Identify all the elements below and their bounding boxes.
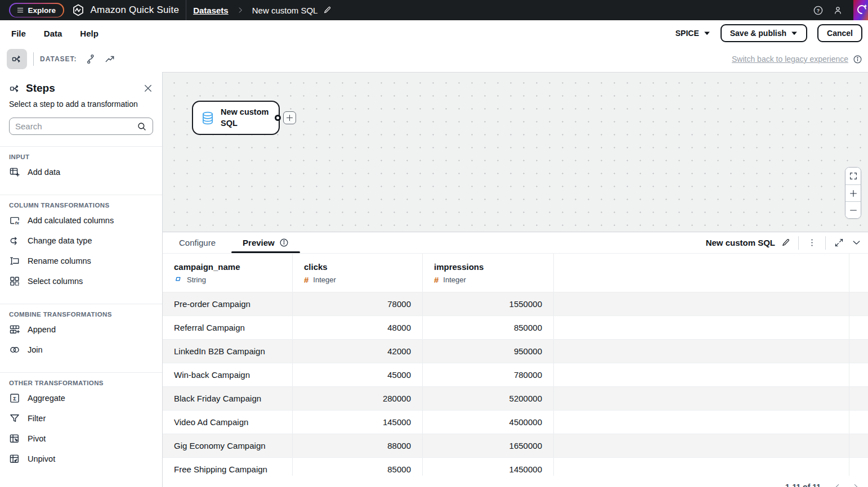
table-cell: 5200000	[423, 387, 554, 410]
table-cell	[849, 434, 868, 457]
section-column-transformations: COLUMN TRANSFORMATIONS fx Add calculated…	[0, 195, 162, 295]
table-row: LinkedIn B2B Campaign42000950000	[163, 339, 868, 363]
collapse-panel-chevron-icon[interactable]	[851, 237, 862, 249]
zoom-in-button[interactable]	[845, 184, 861, 201]
pagination-label: 1-11 of 11	[785, 483, 821, 487]
menu-file[interactable]: File	[11, 29, 26, 38]
section-input: INPUT Add data	[0, 146, 162, 186]
menu-help[interactable]: Help	[80, 29, 99, 38]
table-cell: 88000	[293, 434, 423, 457]
node-output-port[interactable]	[275, 115, 281, 121]
fit-to-screen-button[interactable]	[845, 168, 861, 184]
column-header-impressions[interactable]: impressions	[434, 262, 542, 272]
pivot-icon	[9, 433, 20, 444]
table-cell: 45000	[293, 363, 423, 386]
table-cell: Win-back Campaign	[163, 363, 293, 386]
svg-text:fx: fx	[15, 220, 20, 226]
table-cell: Gig Economy Campaign	[163, 434, 293, 457]
table-cell	[554, 316, 849, 339]
legacy-info-icon[interactable]	[853, 55, 862, 64]
add-data-icon	[9, 166, 20, 178]
table-cell	[849, 363, 868, 386]
explore-label: Explore	[28, 6, 56, 15]
calculated-columns-icon: fx	[9, 215, 20, 226]
add-step-button[interactable]	[283, 111, 296, 124]
table-cell: 280000	[293, 387, 423, 410]
amazon-q-assistant-icon[interactable]: ✦	[853, 0, 868, 20]
zoom-out-button[interactable]	[845, 201, 861, 218]
database-icon	[200, 111, 215, 125]
info-icon[interactable]	[279, 238, 289, 247]
sidebar-item-unpivot[interactable]: Unpivot	[0, 449, 162, 469]
user-profile-icon[interactable]	[833, 5, 843, 16]
table-cell	[849, 316, 868, 339]
switch-legacy-link[interactable]: Switch back to legacy experience	[732, 55, 848, 64]
hamburger-icon	[16, 6, 24, 14]
brand: Amazon Quick Suite	[71, 3, 180, 17]
table-cell: 850000	[423, 316, 554, 339]
header-divider	[186, 0, 186, 20]
edit-step-pencil-icon[interactable]	[781, 238, 791, 247]
preview-table-header: campaign_name String clicks # Integer im…	[163, 254, 868, 292]
minus-icon	[849, 206, 858, 215]
sidebar-item-add-data[interactable]: Add data	[0, 162, 162, 182]
sidebar-item-filter[interactable]: Filter	[0, 408, 162, 429]
tab-configure[interactable]: Configure	[165, 232, 229, 253]
edit-name-pencil-icon[interactable]	[323, 6, 332, 15]
menu-data[interactable]: Data	[44, 29, 62, 38]
quick-suite-dataset-editor: Explore Amazon Quick Suite Datasets New …	[0, 0, 868, 487]
help-icon[interactable]: ?	[813, 5, 824, 16]
table-cell	[554, 411, 849, 434]
explore-button[interactable]: Explore	[9, 3, 64, 17]
sidebar-item-rename-columns[interactable]: Rename columns	[0, 251, 162, 271]
trend-analysis-icon[interactable]	[104, 53, 115, 65]
steps-flow-tool-button[interactable]	[7, 49, 27, 69]
top-right-actions: ? ✦	[813, 0, 868, 20]
append-icon	[9, 324, 20, 335]
previous-page-icon[interactable]	[833, 483, 842, 487]
sidebar-item-append[interactable]: Append	[0, 319, 162, 340]
table-cell: 48000	[293, 316, 423, 339]
sidebar-item-aggregate[interactable]: Σ Aggregate	[0, 388, 162, 408]
string-type-icon	[174, 276, 182, 284]
save-publish-button[interactable]: Save & publish	[721, 24, 807, 42]
next-page-icon[interactable]	[851, 483, 860, 487]
sidebar-item-join[interactable]: Join	[0, 340, 162, 360]
breadcrumb-datasets-link[interactable]: Datasets	[193, 6, 229, 15]
tab-preview[interactable]: Preview	[229, 232, 302, 253]
plus-icon	[285, 114, 294, 122]
table-cell: 145000	[293, 411, 423, 434]
cancel-button[interactable]: Cancel	[817, 24, 862, 42]
table-row: Video Ad Campaign1450004500000	[163, 410, 868, 434]
sidebar-item-pivot[interactable]: Pivot	[0, 429, 162, 449]
sidebar-item-change-data-type[interactable]: Change data type	[0, 231, 162, 251]
sidebar-item-add-calculated-columns[interactable]: fx Add calculated columns	[0, 210, 162, 231]
table-cell	[554, 363, 849, 386]
section-heading: OTHER TRANSFORMATIONS	[0, 377, 162, 388]
close-sidebar-icon[interactable]	[143, 83, 153, 93]
expand-panel-icon[interactable]	[833, 237, 845, 249]
spice-dropdown[interactable]: SPICE	[675, 29, 710, 38]
app-title: Amazon Quick Suite	[91, 4, 180, 16]
steps-sidebar: Steps Select a step to add a transformat…	[0, 72, 163, 487]
table-cell	[849, 292, 868, 315]
panel-step-title: New custom SQL	[706, 238, 775, 247]
flow-canvas[interactable]: New custom SQL	[163, 72, 868, 232]
section-heading: COMBINE TRANSFORMATIONS	[0, 309, 162, 319]
column-header-campaign-name[interactable]: campaign_name	[174, 262, 281, 272]
top-bar: Explore Amazon Quick Suite Datasets New …	[0, 0, 868, 20]
plus-icon	[849, 189, 858, 198]
schema-branch-icon[interactable]	[85, 53, 96, 65]
aggregate-icon: Σ	[9, 393, 20, 404]
table-cell: Pre-order Campaign	[163, 292, 293, 315]
table-cell	[849, 411, 868, 434]
node-label: New custom SQL	[221, 107, 273, 129]
column-header-clicks[interactable]: clicks	[304, 262, 411, 272]
table-cell	[554, 387, 849, 410]
preview-table-body: Pre-order Campaign780001550000Referral C…	[163, 292, 868, 487]
new-custom-sql-node[interactable]: New custom SQL	[192, 101, 280, 135]
more-options-kebab-icon[interactable]	[806, 237, 818, 249]
integer-type-icon: #	[434, 276, 439, 284]
search-input[interactable]	[15, 121, 132, 131]
sidebar-item-select-columns[interactable]: Select columns	[0, 271, 162, 291]
